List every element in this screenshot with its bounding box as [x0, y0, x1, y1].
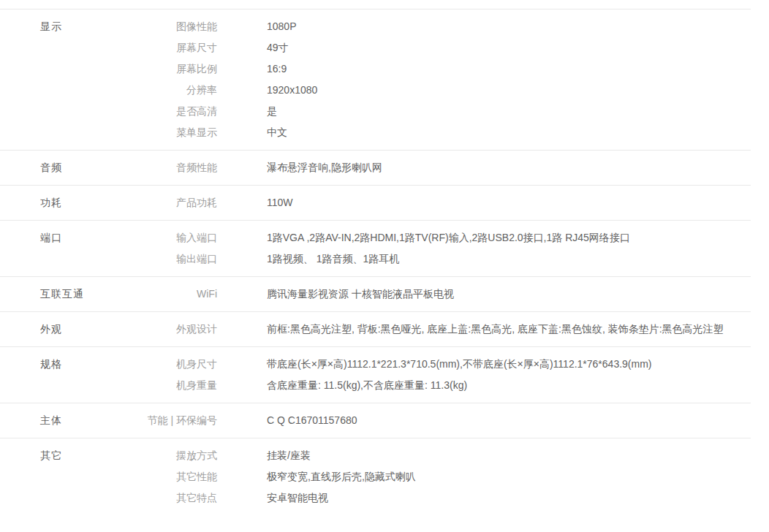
- spec-section-rows: WiFi 腾讯海量影视资源 十核智能液晶平板电视: [128, 284, 751, 305]
- spec-value: 1路VGA ,2路AV-IN,2路HDMI,1路TV(RF)输入,2路USB2.…: [267, 227, 727, 248]
- spec-label: 输出端口: [128, 248, 217, 270]
- spec-section-6: 规格 机身尺寸 带底座(长×厚×高)1112.1*221.3*710.5(mm)…: [0, 346, 751, 403]
- spec-section-rows: 摆放方式 挂装/座装 其它性能 极窄变宽,直线形后壳,隐藏式喇叭 其它特点 安卓…: [128, 445, 751, 509]
- spec-row: 外观设计 前框:黑色高光注塑, 背板:黑色哑光, 底座上盖:黑色高光, 底座下盖…: [128, 319, 751, 340]
- spec-label: 产品功耗: [128, 192, 217, 213]
- spec-row: 输入端口 1路VGA ,2路AV-IN,2路HDMI,1路TV(RF)输入,2路…: [128, 227, 751, 248]
- spec-label: 屏幕比例: [128, 58, 217, 80]
- spec-section-title: 规格: [0, 354, 128, 375]
- spec-value: 挂装/座装: [267, 445, 727, 466]
- spec-value: 前框:黑色高光注塑, 背板:黑色哑光, 底座上盖:黑色高光, 底座下盖:黑色蚀纹…: [267, 319, 727, 340]
- spec-label: 输入端口: [128, 227, 217, 248]
- spec-value: 安卓智能电视: [267, 487, 727, 509]
- spec-label: 摆放方式: [128, 445, 217, 466]
- spec-label: 外观设计: [128, 319, 217, 340]
- spec-label: 是否高清: [128, 101, 217, 122]
- spec-label: 音频性能: [128, 157, 217, 178]
- spec-value: 110W: [267, 192, 727, 213]
- spec-label: 其它性能: [128, 466, 217, 487]
- spec-label: WiFi: [128, 284, 217, 305]
- spec-value: 瀑布悬浮音响,隐形喇叭网: [267, 157, 727, 178]
- spec-label: 节能 | 环保编号: [128, 410, 217, 431]
- spec-row: WiFi 腾讯海量影视资源 十核智能液晶平板电视: [128, 284, 751, 305]
- spec-row: 其它性能 极窄变宽,直线形后壳,隐藏式喇叭: [128, 466, 751, 487]
- spec-section-rows: 输入端口 1路VGA ,2路AV-IN,2路HDMI,1路TV(RF)输入,2路…: [128, 227, 751, 270]
- spec-row: 节能 | 环保编号 C Q C16701157680: [128, 410, 751, 431]
- spec-section-8: 其它 摆放方式 挂装/座装 其它性能 极窄变宽,直线形后壳,隐藏式喇叭 其它特点…: [0, 438, 751, 515]
- spec-section-title: 其它: [0, 445, 128, 466]
- spec-section-rows: 音频性能 瀑布悬浮音响,隐形喇叭网: [128, 157, 751, 178]
- spec-section-title: 互联互通: [0, 284, 128, 305]
- spec-value: 16:9: [267, 58, 727, 80]
- spec-section-title: 功耗: [0, 192, 128, 213]
- spec-section-title: 端口: [0, 227, 128, 248]
- product-spec-page: { "colors": { "background": "#ffffff", "…: [0, 0, 769, 532]
- spec-row: 摆放方式 挂装/座装: [128, 445, 751, 466]
- spec-row: 分辨率 1920x1080: [128, 80, 751, 101]
- spec-section-1: 音频 音频性能 瀑布悬浮音响,隐形喇叭网: [0, 150, 751, 185]
- spec-value: 1920x1080: [267, 80, 727, 101]
- spec-row: 是否高清 是: [128, 101, 751, 122]
- spec-section-0: 显示 图像性能 1080P 屏幕尺寸 49寸 屏幕比例 16:9 分辨率 192…: [0, 9, 751, 150]
- spec-table: 显示 图像性能 1080P 屏幕尺寸 49寸 屏幕比例 16:9 分辨率 192…: [0, 9, 751, 515]
- spec-row: 产品功耗 110W: [128, 192, 751, 213]
- spec-row: 其它特点 安卓智能电视: [128, 487, 751, 509]
- spec-section-rows: 外观设计 前框:黑色高光注塑, 背板:黑色哑光, 底座上盖:黑色高光, 底座下盖…: [128, 319, 751, 340]
- spec-section-title: 音频: [0, 157, 128, 178]
- spec-value: 腾讯海量影视资源 十核智能液晶平板电视: [267, 284, 727, 305]
- spec-section-rows: 机身尺寸 带底座(长×厚×高)1112.1*221.3*710.5(mm),不带…: [128, 354, 751, 396]
- spec-label: 屏幕尺寸: [128, 37, 217, 58]
- spec-section-title: 显示: [0, 16, 128, 37]
- spec-label: 菜单显示: [128, 122, 217, 143]
- spec-row: 屏幕尺寸 49寸: [128, 37, 751, 58]
- spec-row: 输出端口 1路视频、 1路音频、1路耳机: [128, 248, 751, 270]
- spec-value: C Q C16701157680: [267, 410, 727, 431]
- spec-section-rows: 产品功耗 110W: [128, 192, 751, 213]
- spec-section-3: 端口 输入端口 1路VGA ,2路AV-IN,2路HDMI,1路TV(RF)输入…: [0, 220, 751, 276]
- spec-section-2: 功耗 产品功耗 110W: [0, 185, 751, 220]
- spec-row: 机身重量 含底座重量: 11.5(kg),不含底座重量: 11.3(kg): [128, 375, 751, 396]
- spec-section-7: 主体 节能 | 环保编号 C Q C16701157680: [0, 403, 751, 438]
- spec-section-5: 外观 外观设计 前框:黑色高光注塑, 背板:黑色哑光, 底座上盖:黑色高光, 底…: [0, 311, 751, 346]
- spec-row: 屏幕比例 16:9: [128, 58, 751, 80]
- spec-label: 机身尺寸: [128, 354, 217, 375]
- spec-section-rows: 节能 | 环保编号 C Q C16701157680: [128, 410, 751, 431]
- spec-section-title: 主体: [0, 410, 128, 431]
- spec-value: 1路视频、 1路音频、1路耳机: [267, 248, 727, 270]
- spec-row: 机身尺寸 带底座(长×厚×高)1112.1*221.3*710.5(mm),不带…: [128, 354, 751, 375]
- spec-label: 机身重量: [128, 375, 217, 396]
- spec-value: 含底座重量: 11.5(kg),不含底座重量: 11.3(kg): [267, 375, 727, 396]
- spec-value: 49寸: [267, 37, 727, 58]
- spec-row: 菜单显示 中文: [128, 122, 751, 143]
- spec-value: 带底座(长×厚×高)1112.1*221.3*710.5(mm),不带底座(长×…: [267, 354, 727, 375]
- spec-row: 音频性能 瀑布悬浮音响,隐形喇叭网: [128, 157, 751, 178]
- spec-value: 极窄变宽,直线形后壳,隐藏式喇叭: [267, 466, 727, 487]
- spec-label: 其它特点: [128, 487, 217, 509]
- spec-section-4: 互联互通 WiFi 腾讯海量影视资源 十核智能液晶平板电视: [0, 276, 751, 311]
- spec-section-rows: 图像性能 1080P 屏幕尺寸 49寸 屏幕比例 16:9 分辨率 1920x1…: [128, 16, 751, 143]
- spec-label: 图像性能: [128, 16, 217, 37]
- spec-section-title: 外观: [0, 319, 128, 340]
- spec-label: 分辨率: [128, 80, 217, 101]
- spec-row: 图像性能 1080P: [128, 16, 751, 37]
- spec-value: 是: [267, 101, 727, 122]
- spec-value: 中文: [267, 122, 727, 143]
- spec-value: 1080P: [267, 16, 727, 37]
